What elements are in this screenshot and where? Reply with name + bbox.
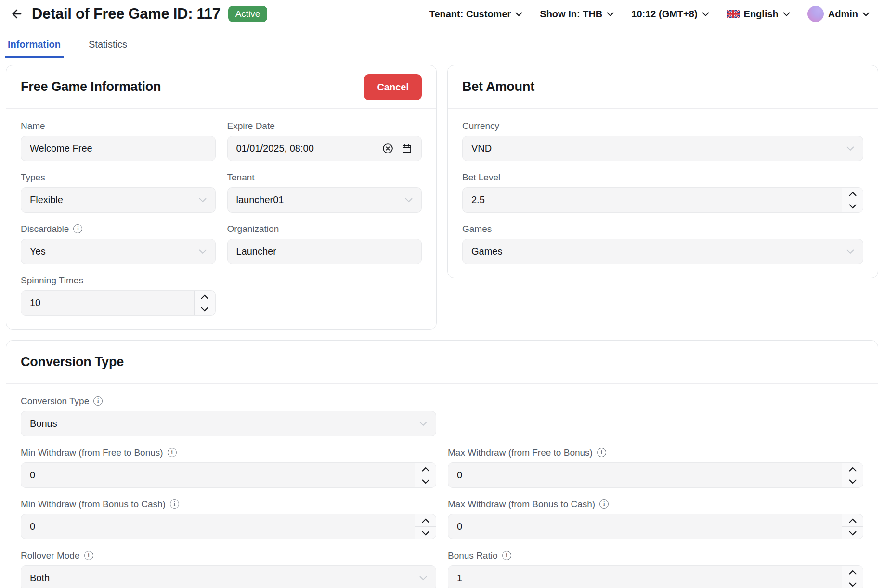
expire-date-input-wrap — [227, 136, 422, 161]
name-input[interactable] — [30, 143, 207, 154]
tab-bar: Information Statistics — [0, 32, 884, 58]
types-label: Types — [21, 172, 45, 183]
spinning-times-input[interactable] — [30, 297, 194, 308]
header-menus: Tenant: Customer Show In: THB 10:12 (GMT… — [429, 6, 870, 22]
info-icon[interactable]: i — [84, 551, 93, 560]
stepper-down-button[interactable] — [842, 475, 863, 487]
chevron-down-icon — [199, 198, 207, 203]
max-withdraw-free-bonus-input[interactable] — [457, 470, 842, 481]
min-withdraw-bonus-cash-label: Min Withdraw (from Bonus to Cash) — [21, 499, 166, 510]
card-title: Conversion Type — [21, 355, 124, 370]
back-arrow-icon — [10, 7, 24, 21]
organization-input-wrap — [227, 239, 422, 264]
spinning-times-label: Spinning Times — [21, 275, 83, 286]
tenant-select-value: launcher01 — [236, 194, 284, 205]
max-withdraw-bonus-cash-stepper — [448, 514, 863, 539]
clear-icon[interactable] — [382, 142, 394, 154]
tenant-menu[interactable]: Tenant: Customer — [429, 9, 523, 20]
stepper-up-button[interactable] — [415, 463, 436, 475]
info-icon[interactable]: i — [170, 499, 179, 509]
currency-select-value: VND — [471, 143, 492, 154]
name-label: Name — [21, 120, 45, 131]
max-withdraw-bonus-cash-input[interactable] — [457, 521, 842, 532]
expire-date-input[interactable] — [236, 143, 377, 154]
uk-flag-icon — [727, 10, 740, 18]
main-content: Free Game Information Cancel Name Expire… — [0, 58, 884, 588]
stepper-down-button[interactable] — [195, 303, 215, 315]
conversion-type-header: Conversion Type — [6, 341, 878, 384]
currency-select[interactable]: VND — [462, 136, 863, 161]
min-withdraw-bonus-cash-stepper — [21, 514, 436, 539]
organization-field-group: Organization — [227, 223, 422, 264]
expire-date-label: Expire Date — [227, 120, 275, 131]
stepper-up-button[interactable] — [842, 463, 863, 475]
time-menu-label: 10:12 (GMT+8) — [631, 9, 697, 20]
tenant-select[interactable]: launcher01 — [227, 187, 422, 213]
bet-level-stepper — [462, 187, 863, 213]
user-menu-label: Admin — [828, 9, 858, 20]
currency-field-group: Currency VND — [462, 120, 863, 161]
bet-level-field-group: Bet Level — [462, 172, 863, 213]
stepper-down-button[interactable] — [842, 578, 863, 588]
stepper-up-button[interactable] — [195, 291, 215, 303]
chevron-down-icon — [419, 576, 427, 581]
rollover-mode-select[interactable]: Both — [21, 565, 436, 588]
organization-input[interactable] — [236, 246, 413, 257]
info-icon[interactable]: i — [599, 499, 609, 509]
bonus-ratio-stepper — [448, 565, 863, 588]
top-header: Detail of Free Game ID: 117 Active Tenan… — [0, 0, 884, 28]
cancel-button[interactable]: Cancel — [364, 74, 422, 100]
avatar — [807, 6, 824, 22]
card-title: Free Game Information — [21, 79, 161, 94]
user-menu[interactable]: Admin — [807, 6, 870, 22]
max-withdraw-bonus-cash-field-group: Max Withdraw (from Bonus to Cash) i — [448, 499, 863, 539]
stepper-up-button[interactable] — [415, 514, 436, 527]
free-game-information-header: Free Game Information Cancel — [6, 65, 436, 109]
stepper-down-button[interactable] — [415, 475, 436, 487]
chevron-down-icon — [783, 12, 790, 16]
tab-information[interactable]: Information — [5, 32, 64, 58]
info-icon[interactable]: i — [168, 448, 177, 457]
back-button[interactable] — [9, 6, 25, 22]
bonus-ratio-field-group: Bonus Ratio i — [448, 550, 863, 588]
bonus-ratio-input[interactable] — [457, 573, 842, 584]
tenant-label: Tenant — [227, 172, 255, 183]
name-field-group: Name — [21, 120, 216, 161]
info-icon[interactable]: i — [502, 551, 511, 560]
info-icon[interactable]: i — [93, 396, 103, 406]
conversion-type-select-value: Bonus — [30, 418, 57, 429]
stepper-up-button[interactable] — [842, 188, 863, 200]
bet-level-input[interactable] — [471, 194, 842, 205]
bet-amount-header: Bet Amount — [448, 65, 878, 109]
chevron-down-icon — [607, 12, 614, 16]
types-select[interactable]: Flexible — [21, 187, 216, 213]
language-menu-label: English — [744, 9, 779, 20]
stepper-down-button[interactable] — [842, 200, 863, 212]
discardable-select[interactable]: Yes — [21, 239, 216, 264]
rollover-mode-field-group: Rollover Mode i Both — [21, 550, 436, 588]
time-menu[interactable]: 10:12 (GMT+8) — [631, 9, 709, 20]
stepper-up-button[interactable] — [842, 514, 863, 527]
stepper-down-button[interactable] — [842, 527, 863, 539]
min-withdraw-free-bonus-input[interactable] — [30, 470, 415, 481]
organization-label: Organization — [227, 223, 279, 234]
show-in-menu[interactable]: Show In: THB — [540, 9, 614, 20]
max-withdraw-free-bonus-field-group: Max Withdraw (from Free to Bonus) i — [448, 447, 863, 488]
min-withdraw-bonus-cash-input[interactable] — [30, 521, 415, 532]
info-icon[interactable]: i — [597, 448, 606, 457]
chevron-down-icon — [199, 249, 207, 254]
tab-statistics[interactable]: Statistics — [86, 32, 130, 58]
games-select[interactable]: Games — [462, 239, 863, 264]
info-icon[interactable]: i — [73, 224, 82, 233]
games-field-group: Games Games — [462, 223, 863, 264]
calendar-icon[interactable] — [401, 143, 413, 154]
conversion-type-select[interactable]: Bonus — [21, 411, 436, 436]
language-menu[interactable]: English — [727, 9, 790, 20]
bet-amount-card: Bet Amount Currency VND — [447, 65, 878, 278]
stepper-down-button[interactable] — [415, 527, 436, 539]
stepper-up-button[interactable] — [842, 566, 863, 578]
currency-label: Currency — [462, 120, 499, 131]
rollover-mode-select-value: Both — [30, 573, 50, 584]
chevron-down-icon — [702, 12, 709, 16]
free-game-information-card: Free Game Information Cancel Name Expire… — [6, 65, 437, 330]
